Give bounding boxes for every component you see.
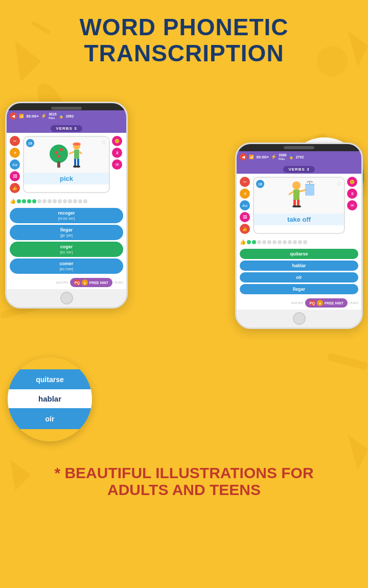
footer-line1: * BEAUTIFUL ILLUSTRATIONS FOR: [10, 464, 358, 481]
mail-icon-left[interactable]: ✉: [112, 159, 122, 170]
svg-point-15: [57, 155, 60, 158]
fps-right: v9.42 FPS: [291, 301, 303, 304]
svg-rect-22: [74, 159, 76, 166]
fps-left: v9.21 FPS: [56, 281, 67, 284]
svg-rect-19: [74, 150, 79, 159]
progress-dots-left: 👍: [7, 196, 126, 206]
hint-button-right[interactable]: PQ ● FREE HINT: [305, 298, 348, 308]
right-icons-left: 😊 ⏸ ✉: [112, 136, 123, 193]
scissors-icon-right[interactable]: ✂: [240, 177, 250, 187]
svg-point-11: [50, 145, 68, 163]
svg-rect-32: [305, 184, 314, 196]
version-right: V5.29.2: [350, 301, 358, 304]
thumb-icon-right[interactable]: 👍: [240, 224, 250, 234]
svg-line-21: [79, 152, 82, 154]
thumb-up-icon: 👍: [10, 198, 16, 204]
card-word-right: take off: [254, 214, 344, 225]
star-icon-left[interactable]: ☆: [101, 139, 107, 146]
options-area-left: recoger[re.ko.'xer] llegar[jje.'yar] cog…: [7, 206, 126, 276]
face-icon-right[interactable]: 😊: [347, 177, 357, 187]
svg-point-26: [292, 181, 301, 190]
hint-bar-left: v9.21 FPS PQ ● FREE HINT V5.29.2: [7, 276, 126, 289]
sun-icon[interactable]: ☀: [10, 148, 20, 158]
word-circle-left: quitarse hablar oír: [8, 357, 92, 441]
lightning-icon-left: ⚡: [41, 113, 47, 119]
right-icons-right: 😊 ⏸ ✉: [347, 177, 358, 234]
hint-bar-right: v9.42 FPS PQ ● FREE HINT V5.29.2: [237, 296, 361, 310]
circle-left-word3: oír: [45, 415, 55, 423]
svg-point-36: [296, 205, 301, 207]
footer-section: * BEAUTIFUL ILLUSTRATIONS FOR ADULTS AND…: [0, 454, 368, 509]
version-left: V5.29.2: [114, 281, 123, 284]
svg-rect-30: [293, 200, 296, 206]
lightning-icon-right: ⚡: [271, 154, 277, 159]
image-icon[interactable]: 🖼: [10, 171, 20, 181]
mail-icon-right[interactable]: ✉: [347, 200, 357, 210]
face-icon-left[interactable]: 😊: [112, 136, 122, 146]
option-right-3[interactable]: oír: [240, 272, 358, 283]
wifi-icon-right: 📶: [249, 155, 254, 159]
circle-left-word2: hablar: [38, 394, 61, 403]
option-left-1[interactable]: recoger[re.ko.'xer]: [10, 208, 123, 223]
timer-left: 30:00+: [26, 114, 39, 119]
star-icon-right[interactable]: ☆: [336, 180, 342, 187]
footer-line2: ADULTS AND TEENS: [10, 481, 358, 499]
level-badge-right: VERBS 3: [283, 166, 314, 173]
coins-right: 2702: [296, 155, 304, 159]
pause-icon-right[interactable]: ⏸: [347, 189, 357, 199]
medal-icon-left: 🥇: [59, 114, 64, 119]
home-button-left[interactable]: [7, 289, 126, 307]
score-left: 3015 FULL: [49, 112, 57, 120]
scissors-icon[interactable]: ✂: [10, 136, 20, 146]
home-button-right[interactable]: [237, 310, 361, 327]
page-title: WORD PHONETIC TRANSCRIPTION: [10, 14, 358, 66]
svg-point-25: [76, 166, 80, 168]
pause-icon-left[interactable]: ⏸: [112, 148, 122, 158]
flashcard-left: 18 ☆: [23, 136, 110, 193]
score-right: 3380 FULL: [279, 153, 287, 160]
thumb-icon[interactable]: 👍: [10, 183, 20, 193]
card-image-right: [254, 178, 344, 214]
option-left-2[interactable]: llegar[jje.'yar]: [10, 225, 123, 240]
option-left-3[interactable]: coger[ko.'xer]: [10, 242, 123, 257]
level-badge-left: VERBS 3: [51, 125, 82, 132]
wifi-icon-left: 📶: [19, 114, 24, 119]
option-left-4[interactable]: comer[ko.'mer]: [10, 258, 123, 274]
left-status-bar: ◀ 📶 30:00+ ⚡ 3015 FULL 🥇 2962: [7, 110, 126, 122]
card-image-left: [24, 137, 109, 173]
circle-left-word1: quitarse: [36, 375, 63, 384]
dot-icon-right: ●: [317, 300, 323, 306]
pq-icon-right: PQ: [309, 300, 315, 306]
image-icon-right[interactable]: 🖼: [240, 212, 250, 222]
card-area-right: ✂ ☀ Aa 🖼 👍 16 ☆: [237, 174, 361, 237]
svg-line-20: [69, 152, 74, 154]
card-area-left: ✂ ☀ Aa 🖼 👍 18 ☆: [7, 133, 126, 196]
option-right-1[interactable]: quitarse: [240, 249, 358, 259]
svg-point-13: [55, 151, 58, 154]
left-icons-right: ✂ ☀ Aa 🖼 👍: [240, 177, 251, 234]
back-button-right[interactable]: ◀: [240, 153, 247, 160]
text-icon[interactable]: Aa: [10, 159, 20, 170]
option-right-4[interactable]: llegar: [240, 284, 358, 294]
medal-icon-right: 🥇: [289, 155, 294, 159]
svg-rect-23: [77, 159, 79, 166]
level-badge-bar-left: VERBS 3: [7, 122, 126, 133]
svg-rect-27: [293, 190, 300, 200]
left-icons-left: ✂ ☀ Aa 🖼 👍: [10, 136, 21, 193]
svg-line-28: [289, 192, 293, 195]
back-button-left[interactable]: ◀: [10, 112, 17, 120]
text-icon-right[interactable]: Aa: [240, 200, 250, 210]
pq-icon-left: PQ: [74, 279, 80, 286]
progress-dots-right: 👍: [237, 237, 361, 247]
right-status-bar: ◀ 📶 30:00+ ⚡ 3380 FULL 🥇 2702: [237, 151, 361, 162]
coins-left: 2962: [66, 114, 74, 118]
card-word-left: pick: [24, 173, 109, 184]
svg-point-14: [60, 148, 63, 151]
flashcard-right: 16 ☆: [253, 177, 345, 234]
header-section: WORD PHONETIC TRANSCRIPTION: [0, 0, 368, 71]
hint-button-left[interactable]: PQ ● FREE HINT: [70, 278, 112, 287]
phone-right: ◀ 📶 30:00+ ⚡ 3380 FULL 🥇 2702 VERBS 3 ✂ …: [235, 143, 363, 329]
sun-icon-right[interactable]: ☀: [240, 189, 250, 199]
option-right-2[interactable]: hablar: [240, 261, 358, 271]
dot-icon-left: ●: [82, 279, 88, 286]
